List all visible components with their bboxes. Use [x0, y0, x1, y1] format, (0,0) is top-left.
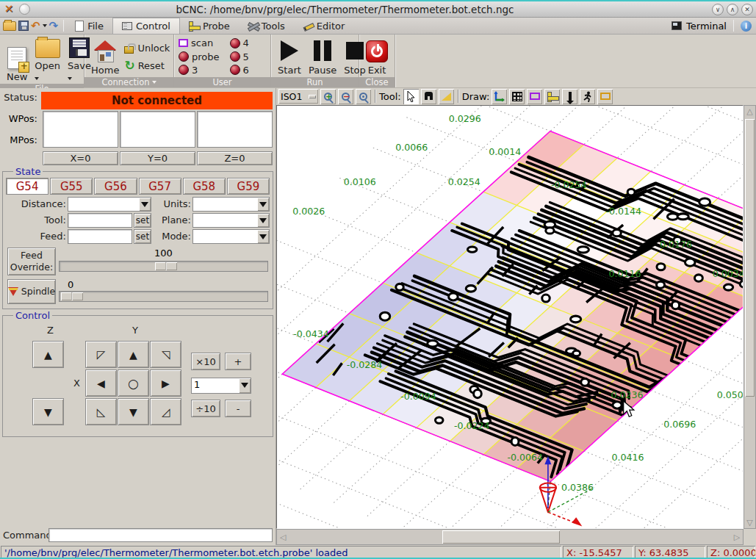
feed-override-slider[interactable]	[59, 261, 268, 272]
open-icon[interactable]	[3, 21, 16, 31]
select-pointer-button[interactable]	[403, 89, 419, 104]
units-dropdown-icon[interactable]	[257, 198, 269, 211]
open-button[interactable]: Open	[31, 36, 64, 84]
wcs-g56-button[interactable]: G56	[94, 178, 137, 195]
svg-text:0.0416: 0.0416	[612, 452, 644, 463]
units-combobox[interactable]	[192, 197, 270, 212]
step-dropdown-icon[interactable]	[239, 378, 251, 393]
measure-button[interactable]	[439, 89, 454, 104]
minimize-button[interactable]: ∨	[712, 4, 724, 15]
wcs-g59-button[interactable]: G59	[227, 178, 270, 195]
jog-y-plus-button[interactable]: ▲	[118, 341, 149, 368]
user-button-4[interactable]: 4	[228, 37, 251, 49]
draw-ruler-button[interactable]	[544, 89, 560, 104]
exit-button[interactable]: Exit	[362, 36, 392, 77]
jog-down-right-button[interactable]: ◿	[150, 398, 181, 425]
info-icon[interactable]: i	[741, 21, 752, 32]
gcode-canvas[interactable]: 0.02960.00660.00140.01060.0254-0.02540.0…	[276, 105, 744, 530]
draw-rapid-button[interactable]	[580, 89, 595, 104]
zero-y-button[interactable]: Y=0	[120, 151, 195, 165]
plane-combobox[interactable]	[192, 213, 270, 228]
unlock-button[interactable]: Unlock	[123, 41, 171, 54]
user-button-3[interactable]: 3	[177, 64, 221, 76]
pause-button[interactable]: Pause	[305, 36, 340, 77]
spindle-checkbox[interactable]: Spindle	[7, 279, 56, 304]
mode-combobox[interactable]	[192, 229, 270, 244]
draw-grid-button[interactable]	[509, 89, 525, 104]
draw-workarea-button[interactable]	[597, 89, 613, 104]
zero-x-button[interactable]: X=0	[43, 151, 118, 165]
gantry-button[interactable]	[421, 89, 436, 104]
svg-text:0.0504: 0.0504	[717, 389, 743, 400]
command-input[interactable]	[48, 528, 273, 542]
wcs-g58-button[interactable]: G58	[183, 178, 226, 195]
step-div10-button[interactable]: ÷10	[191, 400, 220, 417]
wcs-g55-button[interactable]: G55	[50, 178, 93, 195]
save-icon[interactable]	[18, 21, 29, 31]
start-button[interactable]: Start	[274, 36, 305, 77]
zoom-fit-button[interactable]	[356, 89, 371, 104]
zero-z-button[interactable]: Z=0	[197, 151, 273, 165]
distance-dropdown-icon[interactable]	[139, 198, 151, 211]
feed-set-button[interactable]: set	[134, 229, 151, 244]
plane-dropdown-icon[interactable]	[257, 214, 269, 227]
tab-control[interactable]: Control	[112, 18, 180, 34]
step-minus-button[interactable]: -	[225, 400, 251, 417]
svg-text:-0.0434: -0.0434	[293, 328, 329, 339]
user-button-5[interactable]: 5	[228, 51, 251, 63]
wcs-g57-button[interactable]: G57	[139, 178, 181, 195]
maximize-button[interactable]: ∧	[727, 4, 738, 15]
step-plus-button[interactable]: +	[225, 353, 251, 370]
connection-group-caption[interactable]: Connection	[84, 77, 173, 87]
step-combobox[interactable]: 1	[191, 378, 251, 394]
redo-icon[interactable]: ↷	[49, 21, 59, 31]
jog-center-button[interactable]: ○	[118, 369, 149, 397]
home-button[interactable]: Home	[87, 36, 123, 77]
wcs-g54-button[interactable]: G54	[6, 178, 48, 195]
jog-down-left-button[interactable]: ◺	[85, 398, 117, 425]
svg-text:0.0014: 0.0014	[489, 145, 521, 156]
draw-probe-button[interactable]	[562, 89, 577, 104]
tab-editor[interactable]: Editor	[294, 18, 353, 34]
tab-file[interactable]: File	[66, 18, 112, 34]
view-combobox[interactable]: ISO1	[278, 89, 318, 104]
vertical-scrollbar[interactable]: △ ▽	[744, 105, 756, 530]
reset-button[interactable]: ↻ Reset	[123, 59, 171, 72]
jog-x-plus-button[interactable]: ▶	[150, 369, 181, 397]
new-button[interactable]: New	[3, 36, 31, 84]
hscroll-thumb[interactable]	[442, 530, 560, 544]
terminal-button[interactable]: Terminal	[686, 21, 727, 32]
jog-z-up-button[interactable]: ▲	[32, 341, 64, 368]
scroll-corner	[744, 529, 756, 545]
jog-y-minus-button[interactable]: ▼	[118, 398, 149, 425]
draw-margin-button[interactable]	[527, 89, 542, 104]
spindle-slider[interactable]	[59, 291, 268, 302]
mode-label: Mode:	[153, 229, 191, 244]
jog-z-down-button[interactable]: ▼	[32, 398, 64, 425]
state-group-title: State	[13, 166, 43, 177]
feed-override-button[interactable]: Feed Override:	[7, 248, 56, 275]
jog-up-right-button[interactable]: ◹	[150, 341, 181, 368]
close-button[interactable]: ✕	[741, 4, 753, 15]
undo-icon[interactable]: ↶	[31, 21, 40, 31]
user-button-scan[interactable]: scan	[177, 37, 221, 49]
draw-axes-button[interactable]	[492, 89, 507, 104]
mode-dropdown-icon[interactable]	[257, 230, 269, 243]
horizontal-scrollbar[interactable]: ◁ ▷	[276, 529, 744, 545]
tab-probe[interactable]: Probe	[180, 18, 239, 34]
jog-x-minus-button[interactable]: ◀	[85, 369, 117, 397]
distance-combobox[interactable]	[68, 197, 151, 212]
jog-up-left-button[interactable]: ◸	[85, 341, 117, 368]
feed-input[interactable]	[68, 229, 132, 244]
zoom-out-button[interactable]: −	[338, 89, 353, 104]
undo-dropdown-icon[interactable]	[43, 24, 47, 27]
tab-tools[interactable]: Tools	[239, 18, 294, 34]
user-button-6[interactable]: 6	[228, 64, 251, 76]
user-button-probe[interactable]: probe	[177, 51, 221, 63]
plane-label: Plane:	[153, 213, 191, 228]
zoom-in-button[interactable]: +	[320, 89, 336, 104]
tool-input[interactable]	[68, 213, 132, 228]
vscroll-thumb[interactable]	[745, 119, 755, 397]
tool-set-button[interactable]: set	[134, 213, 151, 228]
step-mult10-button[interactable]: ×10	[191, 353, 220, 370]
